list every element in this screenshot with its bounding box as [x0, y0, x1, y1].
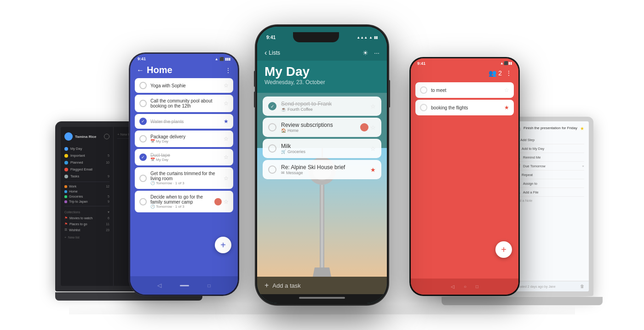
task-circle[interactable]	[420, 86, 427, 94]
avatar-sm	[214, 198, 222, 205]
people-icon[interactable]: 👥 2	[489, 69, 502, 77]
divider-2	[64, 206, 109, 206]
task-review-subscriptions[interactable]: Review subscriptions 🏠Home ☆	[263, 118, 381, 137]
star-icon[interactable]: ☆	[224, 199, 229, 205]
iphone-bottom-bar[interactable]: + Add a task	[257, 277, 387, 294]
action-add-myday[interactable]: ☀ Add to My Day	[515, 144, 584, 153]
note-field[interactable]: Add a Note	[515, 197, 584, 205]
nav-recents[interactable]: □	[476, 284, 478, 289]
task-sub: 📅My Day	[150, 158, 224, 162]
star-icon[interactable]: ☆	[224, 82, 229, 89]
star-icon[interactable]: ☆	[224, 100, 229, 107]
more-icon[interactable]: ···	[374, 49, 380, 57]
nav-tasks[interactable]: Tasks 9	[61, 173, 113, 180]
task-circle[interactable]	[268, 123, 276, 131]
fab-button[interactable]: +	[495, 241, 512, 258]
delete-icon[interactable]: 🗑	[580, 284, 584, 289]
star-icon[interactable]: ☆	[370, 124, 376, 131]
star-icon[interactable]: ☆	[370, 145, 376, 152]
action-add-step[interactable]: + Add Step	[515, 136, 584, 144]
fab-button[interactable]: +	[215, 237, 231, 253]
nav-recents[interactable]: □	[207, 283, 210, 288]
list-groceries[interactable]: Groceries 5	[61, 194, 113, 199]
task-checkbox-checked[interactable]	[139, 154, 147, 161]
sun-icon[interactable]: ☀	[362, 49, 368, 57]
nav-flagged[interactable]: Flagged Email	[61, 166, 113, 173]
task-checkbox-checked[interactable]	[139, 118, 147, 125]
action-assign[interactable]: 👤 Assign to	[515, 179, 584, 188]
more-button[interactable]: ⋮	[225, 67, 231, 74]
iphone-vol-up-button[interactable]	[254, 71, 255, 87]
action-add-file[interactable]: 📎 Add a File	[515, 188, 584, 197]
wifi-icon: ▲	[369, 35, 373, 40]
collection-wishlist[interactable]: ☰ Wishlist 23	[61, 227, 113, 233]
star-icon-red[interactable]: ★	[370, 166, 376, 173]
action-due-date[interactable]: 📅 Due Tomorrow ×	[515, 162, 584, 171]
star-icon[interactable]: ☆	[224, 175, 229, 182]
task-circle[interactable]	[268, 165, 276, 174]
star-icon-filled[interactable]: ★	[224, 118, 229, 125]
task-title: to meet	[431, 88, 504, 93]
task-yoga[interactable]: Yoga with Sophie ☆	[135, 78, 233, 93]
back-button[interactable]: ←	[137, 66, 144, 74]
task-title: Get the curtains trimmed for the living …	[150, 171, 224, 181]
android-left-body: 9:41 ▲ ⬛ ▮▮▮ ← Home ⋮ Yoga with Sophie	[129, 52, 239, 296]
task-circle[interactable]	[268, 144, 276, 153]
iphone-power-button[interactable]	[389, 80, 390, 108]
nav-my-day[interactable]: My Day	[61, 145, 113, 152]
list-work[interactable]: Work 12	[61, 184, 113, 189]
task-flights[interactable]: booking the flights ★	[415, 100, 514, 115]
action-repeat[interactable]: ↻ Repeat	[515, 171, 584, 179]
task-circle-done[interactable]	[268, 102, 276, 110]
iphone-vol-down-button[interactable]	[254, 91, 255, 108]
task-checkbox[interactable]	[139, 100, 147, 107]
nav-back[interactable]: ◁	[157, 282, 161, 289]
search-icon[interactable]	[104, 134, 109, 139]
task-checkbox[interactable]	[139, 198, 147, 205]
more-icon[interactable]: ⋮	[506, 69, 512, 77]
task-duct-tape[interactable]: Duct tape 📅My Day ☆	[135, 149, 233, 165]
task-circle[interactable]	[420, 104, 427, 111]
nav-home[interactable]: ○	[464, 284, 466, 289]
task-sub: 🛒Groceries	[281, 149, 370, 154]
task-milk[interactable]: Milk 🛒Groceries ☆	[263, 139, 381, 158]
iphone-notch-area: 9:41 ▲▲▲ ▲ ▮▮	[257, 27, 387, 45]
status-icons: ▲⬛▮▮	[500, 61, 512, 66]
collections-label: Collections ▾	[61, 208, 113, 215]
task-sub: ☕Fourth Coffee	[281, 107, 370, 112]
created-info: Created 2 days ago by Jane	[515, 285, 556, 288]
add-task-icon: +	[264, 281, 269, 290]
star-icon[interactable]: ☆	[504, 87, 509, 93]
nav-home[interactable]	[180, 285, 189, 286]
star-icon-filled[interactable]: ★	[580, 126, 584, 131]
task-curtains[interactable]: Get the curtains trimmed for the living …	[135, 167, 233, 189]
iphone-title: My Day	[264, 64, 380, 79]
task-send-report[interactable]: Send report to Frank ☕Fourth Coffee ☆	[263, 97, 381, 116]
collection-places[interactable]: ⚑ Places to go 11	[61, 221, 113, 227]
list-home[interactable]: Home	[61, 189, 113, 194]
star-icon[interactable]: ☆	[224, 154, 229, 160]
clear-icon[interactable]: ×	[582, 164, 584, 168]
iphone-title-area: My Day Wednesday, 23. October	[257, 61, 387, 93]
task-alpine-ski[interactable]: Re: Alpine Ski House brief ✉Message ★	[263, 160, 381, 179]
task-checkbox[interactable]	[139, 135, 147, 142]
collection-movies[interactable]: ⚑ Movies to watch 6	[61, 215, 113, 221]
nav-important[interactable]: Important 5	[61, 152, 113, 159]
star-icon[interactable]: ☆	[370, 103, 376, 110]
nav-planned[interactable]: Planned 10	[61, 159, 113, 166]
back-button[interactable]: ‹	[264, 49, 267, 57]
task-pool[interactable]: Call the community pool about booking on…	[135, 95, 233, 112]
list-japan[interactable]: Trip to Japan 9	[61, 199, 113, 204]
android-right-status-bar: 9:41 ▲⬛▮▮	[411, 58, 518, 67]
star-icon-red[interactable]: ★	[504, 104, 509, 111]
task-plants[interactable]: Water the plants ★	[135, 114, 233, 129]
task-to-meet[interactable]: to meet ☆	[415, 82, 514, 98]
task-summer-camp[interactable]: Decide when to go for the family summer …	[135, 191, 233, 212]
star-icon[interactable]: ☆	[224, 136, 229, 142]
task-package[interactable]: Package delivery 📅My Day ☆	[135, 131, 233, 147]
new-list-button[interactable]: + New list	[61, 234, 113, 240]
task-checkbox[interactable]	[139, 175, 147, 182]
nav-back[interactable]: ◁	[451, 284, 454, 289]
task-checkbox[interactable]	[139, 82, 147, 89]
action-remind-me[interactable]: 🔔 Remind Me	[515, 153, 584, 162]
